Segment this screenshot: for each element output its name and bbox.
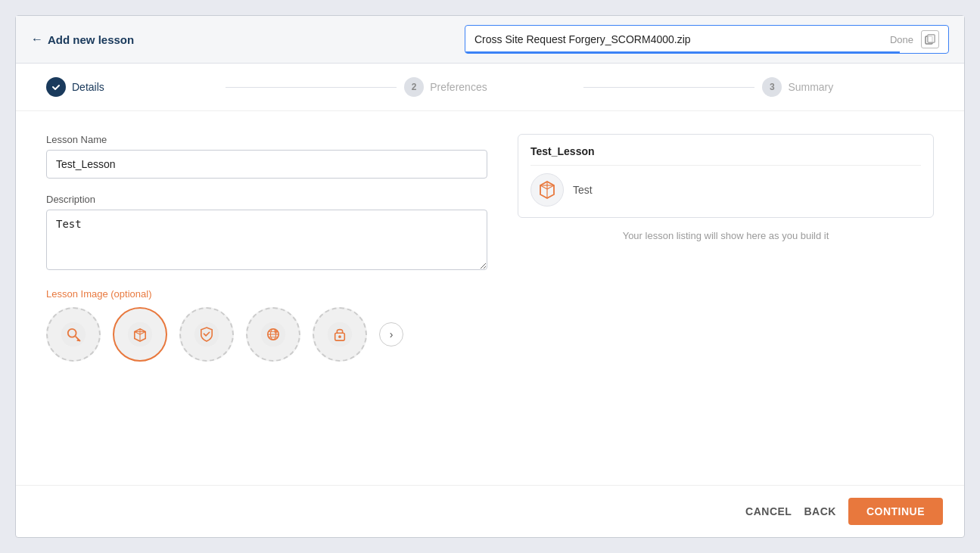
step-2-label: Preferences (430, 81, 487, 93)
right-panel: Test_Lesson Test Your lesson listin (518, 134, 934, 462)
lesson-name-input[interactable] (46, 150, 487, 179)
step-line-2 (583, 87, 755, 88)
lesson-name-label: Lesson Name (46, 134, 487, 145)
icon-key[interactable] (46, 307, 101, 362)
icon-row: › (46, 307, 487, 362)
listing-hint: Your lesson listing will show here as yo… (518, 230, 934, 241)
page-title: Add new lesson (48, 33, 134, 46)
step-3-label: Summary (788, 81, 833, 93)
back-footer-button[interactable]: BACK (804, 505, 835, 517)
file-upload-bar: Cross Site Request Forgery_SCORM4000.zip… (465, 25, 949, 54)
continue-button[interactable]: CONTINUE (848, 498, 943, 525)
icon-lock[interactable] (313, 307, 367, 362)
svg-line-28 (540, 185, 547, 189)
step-1-circle (46, 77, 66, 97)
file-name: Cross Site Request Forgery_SCORM4000.zip (474, 33, 890, 45)
svg-point-3 (61, 322, 86, 346)
chevron-right-icon: › (390, 328, 394, 340)
description-field: Description Test (46, 194, 487, 273)
icon-cube[interactable] (113, 307, 167, 362)
svg-point-21 (274, 330, 278, 334)
lesson-name-field: Lesson Name (46, 134, 487, 179)
step-3-number: 3 (770, 82, 775, 92)
description-input[interactable]: Test (46, 210, 487, 270)
copy-icon[interactable] (921, 30, 939, 48)
preview-icon (530, 173, 564, 207)
back-arrow-icon: ← (31, 33, 43, 46)
icon-globe[interactable] (246, 307, 300, 362)
preview-card-title: Test_Lesson (530, 145, 921, 166)
step-2-number: 2 (412, 82, 417, 92)
step-2-circle: 2 (404, 77, 424, 97)
content-area: Lesson Name Description Test Lesson Imag… (16, 111, 964, 485)
step-details: Details (46, 77, 218, 97)
footer: CANCEL BACK CONTINUE (16, 485, 964, 537)
steps-bar: Details 2 Preferences 3 Summary (16, 64, 964, 111)
icon-shield[interactable] (179, 307, 234, 362)
preview-card-row: Test (530, 173, 921, 207)
back-button[interactable]: ← Add new lesson (31, 33, 134, 46)
step-preferences: 2 Preferences (404, 77, 576, 97)
svg-rect-2 (928, 35, 935, 42)
header: ← Add new lesson Cross Site Request Forg… (16, 16, 964, 64)
step-3-circle: 3 (762, 77, 782, 97)
svg-line-29 (547, 185, 554, 189)
step-summary: 3 Summary (762, 77, 934, 97)
lesson-image-section: Lesson Image (optional) (46, 288, 487, 362)
cancel-button[interactable]: CANCEL (745, 505, 792, 517)
preview-description: Test (573, 184, 593, 196)
description-label: Description (46, 194, 487, 205)
left-panel: Lesson Name Description Test Lesson Imag… (46, 134, 487, 462)
main-container: ← Add new lesson Cross Site Request Forg… (15, 15, 965, 538)
done-label: Done (890, 34, 913, 45)
svg-point-22 (328, 322, 352, 346)
step-line-1 (226, 87, 397, 88)
icon-next-button[interactable]: › (379, 322, 403, 346)
preview-card: Test_Lesson Test (518, 134, 934, 218)
step-1-label: Details (72, 81, 104, 93)
lesson-image-label: Lesson Image (optional) (46, 288, 487, 300)
svg-point-24 (338, 335, 341, 338)
